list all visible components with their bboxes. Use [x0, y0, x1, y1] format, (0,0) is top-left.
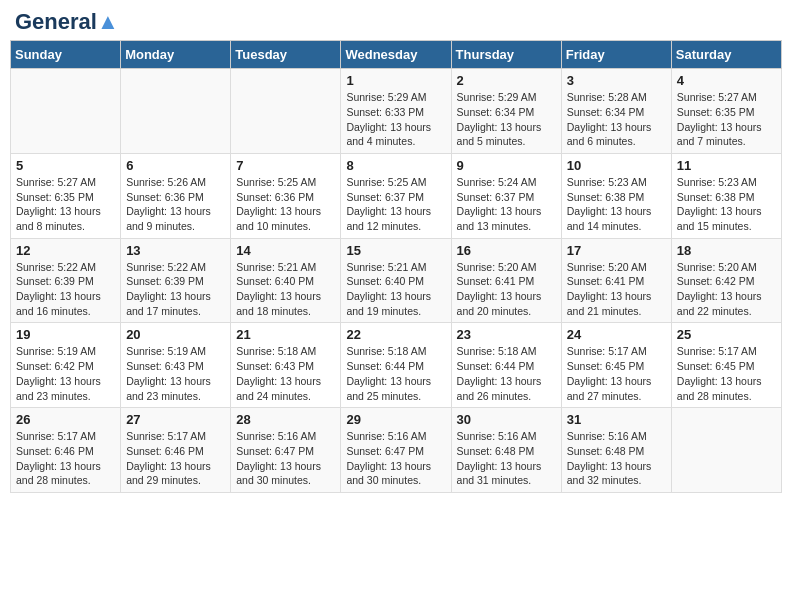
day-info: Sunrise: 5:17 AMSunset: 6:46 PMDaylight:… [16, 429, 115, 488]
day-number: 3 [567, 73, 666, 88]
calendar-header: SundayMondayTuesdayWednesdayThursdayFrid… [11, 41, 782, 69]
day-number: 2 [457, 73, 556, 88]
calendar-day-24: 24Sunrise: 5:17 AMSunset: 6:45 PMDayligh… [561, 323, 671, 408]
calendar-day-14: 14Sunrise: 5:21 AMSunset: 6:40 PMDayligh… [231, 238, 341, 323]
calendar-day-2: 2Sunrise: 5:29 AMSunset: 6:34 PMDaylight… [451, 69, 561, 154]
calendar-day-5: 5Sunrise: 5:27 AMSunset: 6:35 PMDaylight… [11, 153, 121, 238]
day-info: Sunrise: 5:16 AMSunset: 6:47 PMDaylight:… [236, 429, 335, 488]
calendar-day-16: 16Sunrise: 5:20 AMSunset: 6:41 PMDayligh… [451, 238, 561, 323]
calendar-body: 1Sunrise: 5:29 AMSunset: 6:33 PMDaylight… [11, 69, 782, 493]
day-info: Sunrise: 5:19 AMSunset: 6:43 PMDaylight:… [126, 344, 225, 403]
day-number: 30 [457, 412, 556, 427]
day-number: 25 [677, 327, 776, 342]
day-number: 22 [346, 327, 445, 342]
day-number: 13 [126, 243, 225, 258]
day-number: 24 [567, 327, 666, 342]
day-number: 23 [457, 327, 556, 342]
day-info: Sunrise: 5:26 AMSunset: 6:36 PMDaylight:… [126, 175, 225, 234]
calendar-table: SundayMondayTuesdayWednesdayThursdayFrid… [10, 40, 782, 493]
day-number: 1 [346, 73, 445, 88]
calendar-day-28: 28Sunrise: 5:16 AMSunset: 6:47 PMDayligh… [231, 408, 341, 493]
calendar-empty-cell [231, 69, 341, 154]
day-number: 5 [16, 158, 115, 173]
calendar-day-1: 1Sunrise: 5:29 AMSunset: 6:33 PMDaylight… [341, 69, 451, 154]
weekday-header-monday: Monday [121, 41, 231, 69]
calendar-week-row: 5Sunrise: 5:27 AMSunset: 6:35 PMDaylight… [11, 153, 782, 238]
calendar-day-15: 15Sunrise: 5:21 AMSunset: 6:40 PMDayligh… [341, 238, 451, 323]
day-info: Sunrise: 5:17 AMSunset: 6:45 PMDaylight:… [677, 344, 776, 403]
calendar-day-27: 27Sunrise: 5:17 AMSunset: 6:46 PMDayligh… [121, 408, 231, 493]
day-info: Sunrise: 5:17 AMSunset: 6:45 PMDaylight:… [567, 344, 666, 403]
day-info: Sunrise: 5:20 AMSunset: 6:41 PMDaylight:… [567, 260, 666, 319]
calendar-empty-cell [121, 69, 231, 154]
weekday-header-saturday: Saturday [671, 41, 781, 69]
day-number: 15 [346, 243, 445, 258]
day-number: 29 [346, 412, 445, 427]
day-info: Sunrise: 5:25 AMSunset: 6:36 PMDaylight:… [236, 175, 335, 234]
day-info: Sunrise: 5:20 AMSunset: 6:42 PMDaylight:… [677, 260, 776, 319]
day-info: Sunrise: 5:16 AMSunset: 6:48 PMDaylight:… [567, 429, 666, 488]
weekday-header-thursday: Thursday [451, 41, 561, 69]
calendar-week-row: 1Sunrise: 5:29 AMSunset: 6:33 PMDaylight… [11, 69, 782, 154]
day-number: 16 [457, 243, 556, 258]
day-info: Sunrise: 5:23 AMSunset: 6:38 PMDaylight:… [567, 175, 666, 234]
day-info: Sunrise: 5:18 AMSunset: 6:43 PMDaylight:… [236, 344, 335, 403]
calendar-day-30: 30Sunrise: 5:16 AMSunset: 6:48 PMDayligh… [451, 408, 561, 493]
day-info: Sunrise: 5:23 AMSunset: 6:38 PMDaylight:… [677, 175, 776, 234]
calendar-day-31: 31Sunrise: 5:16 AMSunset: 6:48 PMDayligh… [561, 408, 671, 493]
day-info: Sunrise: 5:25 AMSunset: 6:37 PMDaylight:… [346, 175, 445, 234]
calendar-day-20: 20Sunrise: 5:19 AMSunset: 6:43 PMDayligh… [121, 323, 231, 408]
day-info: Sunrise: 5:22 AMSunset: 6:39 PMDaylight:… [16, 260, 115, 319]
day-info: Sunrise: 5:28 AMSunset: 6:34 PMDaylight:… [567, 90, 666, 149]
day-number: 9 [457, 158, 556, 173]
day-number: 6 [126, 158, 225, 173]
day-info: Sunrise: 5:29 AMSunset: 6:33 PMDaylight:… [346, 90, 445, 149]
day-info: Sunrise: 5:21 AMSunset: 6:40 PMDaylight:… [346, 260, 445, 319]
day-number: 20 [126, 327, 225, 342]
calendar-empty-cell [671, 408, 781, 493]
weekday-header-row: SundayMondayTuesdayWednesdayThursdayFrid… [11, 41, 782, 69]
weekday-header-sunday: Sunday [11, 41, 121, 69]
day-info: Sunrise: 5:27 AMSunset: 6:35 PMDaylight:… [16, 175, 115, 234]
day-info: Sunrise: 5:29 AMSunset: 6:34 PMDaylight:… [457, 90, 556, 149]
day-number: 26 [16, 412, 115, 427]
day-info: Sunrise: 5:24 AMSunset: 6:37 PMDaylight:… [457, 175, 556, 234]
day-info: Sunrise: 5:18 AMSunset: 6:44 PMDaylight:… [457, 344, 556, 403]
day-number: 4 [677, 73, 776, 88]
day-info: Sunrise: 5:19 AMSunset: 6:42 PMDaylight:… [16, 344, 115, 403]
day-number: 17 [567, 243, 666, 258]
day-info: Sunrise: 5:18 AMSunset: 6:44 PMDaylight:… [346, 344, 445, 403]
day-number: 31 [567, 412, 666, 427]
day-info: Sunrise: 5:22 AMSunset: 6:39 PMDaylight:… [126, 260, 225, 319]
calendar-day-10: 10Sunrise: 5:23 AMSunset: 6:38 PMDayligh… [561, 153, 671, 238]
day-number: 19 [16, 327, 115, 342]
logo: General▲ [15, 10, 119, 30]
calendar-day-9: 9Sunrise: 5:24 AMSunset: 6:37 PMDaylight… [451, 153, 561, 238]
logo-text: General▲ [15, 10, 119, 34]
calendar-day-7: 7Sunrise: 5:25 AMSunset: 6:36 PMDaylight… [231, 153, 341, 238]
calendar-day-23: 23Sunrise: 5:18 AMSunset: 6:44 PMDayligh… [451, 323, 561, 408]
calendar-empty-cell [11, 69, 121, 154]
weekday-header-tuesday: Tuesday [231, 41, 341, 69]
calendar-day-29: 29Sunrise: 5:16 AMSunset: 6:47 PMDayligh… [341, 408, 451, 493]
day-info: Sunrise: 5:16 AMSunset: 6:47 PMDaylight:… [346, 429, 445, 488]
calendar-day-19: 19Sunrise: 5:19 AMSunset: 6:42 PMDayligh… [11, 323, 121, 408]
calendar-day-21: 21Sunrise: 5:18 AMSunset: 6:43 PMDayligh… [231, 323, 341, 408]
weekday-header-friday: Friday [561, 41, 671, 69]
calendar-day-26: 26Sunrise: 5:17 AMSunset: 6:46 PMDayligh… [11, 408, 121, 493]
page-header: General▲ [10, 10, 782, 30]
calendar-week-row: 12Sunrise: 5:22 AMSunset: 6:39 PMDayligh… [11, 238, 782, 323]
calendar-day-3: 3Sunrise: 5:28 AMSunset: 6:34 PMDaylight… [561, 69, 671, 154]
calendar-day-25: 25Sunrise: 5:17 AMSunset: 6:45 PMDayligh… [671, 323, 781, 408]
calendar-day-12: 12Sunrise: 5:22 AMSunset: 6:39 PMDayligh… [11, 238, 121, 323]
day-number: 8 [346, 158, 445, 173]
calendar-day-22: 22Sunrise: 5:18 AMSunset: 6:44 PMDayligh… [341, 323, 451, 408]
day-info: Sunrise: 5:17 AMSunset: 6:46 PMDaylight:… [126, 429, 225, 488]
calendar-week-row: 19Sunrise: 5:19 AMSunset: 6:42 PMDayligh… [11, 323, 782, 408]
calendar-day-8: 8Sunrise: 5:25 AMSunset: 6:37 PMDaylight… [341, 153, 451, 238]
calendar-day-18: 18Sunrise: 5:20 AMSunset: 6:42 PMDayligh… [671, 238, 781, 323]
calendar-day-17: 17Sunrise: 5:20 AMSunset: 6:41 PMDayligh… [561, 238, 671, 323]
weekday-header-wednesday: Wednesday [341, 41, 451, 69]
day-number: 12 [16, 243, 115, 258]
day-info: Sunrise: 5:16 AMSunset: 6:48 PMDaylight:… [457, 429, 556, 488]
